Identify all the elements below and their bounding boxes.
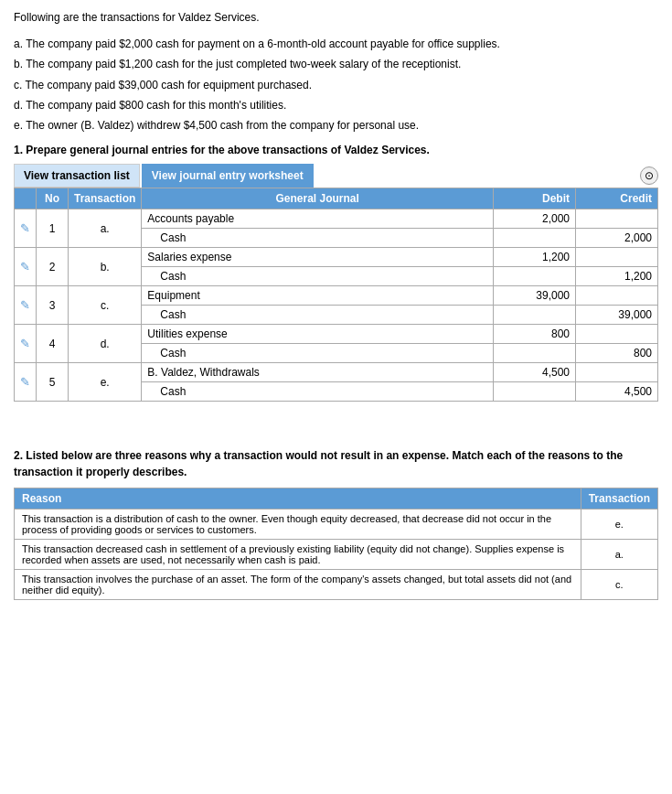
tabs-row: View transaction list View journal entry… (14, 164, 658, 188)
row-debit (494, 267, 576, 286)
row-debit (494, 306, 576, 325)
table-row: ✎1a.Accounts payable2,000 (15, 209, 658, 229)
intro-line1: a. The company paid $2,000 cash for paym… (14, 36, 658, 53)
table-header-row: No Transaction General Journal Debit Cre… (15, 188, 658, 209)
row-transaction: c. (69, 286, 142, 325)
edit-icon-cell[interactable]: ✎ (15, 325, 37, 363)
reason-row: This transaction is a distribution of ca… (15, 510, 658, 540)
row-transaction: b. (69, 248, 142, 286)
row-debit (494, 382, 576, 402)
header-general-journal: General Journal (142, 188, 494, 209)
row-account: Salaries expense (142, 248, 494, 267)
row-account: Accounts payable (142, 209, 494, 229)
edit-icon-cell[interactable]: ✎ (15, 209, 37, 248)
table-row: ✎3c.Equipment39,000 (15, 286, 658, 306)
row-debit: 1,200 (494, 248, 576, 267)
row-credit: 800 (576, 344, 658, 363)
journal-table: No Transaction General Journal Debit Cre… (14, 188, 658, 402)
table-row: ✎4d.Utilities expense800 (15, 325, 658, 344)
row-debit (494, 344, 576, 363)
reason-row: This transaction decreased cash in settl… (15, 540, 658, 570)
intro-lines: a. The company paid $2,000 cash for paym… (14, 36, 658, 134)
row-number: 2 (37, 248, 69, 286)
tab-view-journal[interactable]: View journal entry worksheet (142, 164, 314, 188)
intro-line5: e. The owner (B. Valdez) withdrew $4,500… (14, 117, 658, 134)
tab-view-transaction[interactable]: View transaction list (14, 164, 140, 188)
row-credit (576, 209, 658, 229)
row-debit: 4,500 (494, 363, 576, 382)
row-credit (576, 363, 658, 382)
row-debit: 2,000 (494, 209, 576, 229)
reason-header-row: Reason Transaction (15, 488, 658, 510)
reason-transaction: a. (581, 540, 657, 570)
intro-line3: c. The company paid $39,000 cash for equ… (14, 77, 658, 94)
row-credit: 4,500 (576, 382, 658, 402)
reason-header-reason: Reason (15, 488, 581, 510)
row-transaction: a. (69, 209, 142, 248)
row-number: 4 (37, 325, 69, 363)
row-transaction: e. (69, 363, 142, 402)
intro-line2: b. The company paid $1,200 cash for the … (14, 56, 658, 73)
row-transaction: d. (69, 325, 142, 363)
header-no: No (37, 188, 69, 209)
header-icon (15, 188, 37, 209)
row-debit: 39,000 (494, 286, 576, 306)
edit-icon-cell[interactable]: ✎ (15, 286, 37, 325)
reason-table: Reason Transaction This transaction is a… (14, 488, 658, 600)
header-credit: Credit (576, 188, 658, 209)
header-debit: Debit (494, 188, 576, 209)
row-account: Equipment (142, 286, 494, 306)
row-credit: 1,200 (576, 267, 658, 286)
reason-header-transaction: Transaction (581, 488, 657, 510)
row-account: Cash (142, 382, 494, 402)
edit-icon-cell[interactable]: ✎ (15, 248, 37, 286)
row-account: Cash (142, 267, 494, 286)
reason-text: This transaction involves the purchase o… (15, 570, 581, 600)
reason-row: This transaction involves the purchase o… (15, 570, 658, 600)
row-account: Utilities expense (142, 325, 494, 344)
row-credit (576, 325, 658, 344)
close-button[interactable]: ⊙ (640, 166, 658, 185)
section2-title: 2. Listed below are three reasons why a … (14, 447, 658, 480)
row-debit (494, 229, 576, 248)
row-credit (576, 286, 658, 306)
intro-section: Following are the transactions for Valde… (14, 9, 658, 134)
tab-container: View transaction list View journal entry… (14, 164, 658, 402)
row-number: 5 (37, 363, 69, 402)
reason-transaction: e. (581, 510, 657, 540)
row-credit (576, 248, 658, 267)
row-account: Cash (142, 229, 494, 248)
edit-icon-cell[interactable]: ✎ (15, 363, 37, 402)
table-row: ✎2b.Salaries expense1,200 (15, 248, 658, 267)
row-account: B. Valdez, Withdrawals (142, 363, 494, 382)
row-account: Cash (142, 344, 494, 363)
section1-title: 1. Prepare general journal entries for t… (14, 144, 658, 156)
row-credit: 39,000 (576, 306, 658, 325)
row-number: 1 (37, 209, 69, 248)
row-number: 3 (37, 286, 69, 325)
row-account: Cash (142, 306, 494, 325)
header-transaction: Transaction (69, 188, 142, 209)
reason-text: This transaction is a distribution of ca… (15, 510, 581, 540)
intro-line4: d. The company paid $800 cash for this m… (14, 97, 658, 114)
row-credit: 2,000 (576, 229, 658, 248)
reason-text: This transaction decreased cash in settl… (15, 540, 581, 570)
row-debit: 800 (494, 325, 576, 344)
table-row: ✎5e.B. Valdez, Withdrawals4,500 (15, 363, 658, 382)
intro-line0: Following are the transactions for Valde… (14, 9, 658, 27)
reason-transaction: c. (581, 570, 657, 600)
